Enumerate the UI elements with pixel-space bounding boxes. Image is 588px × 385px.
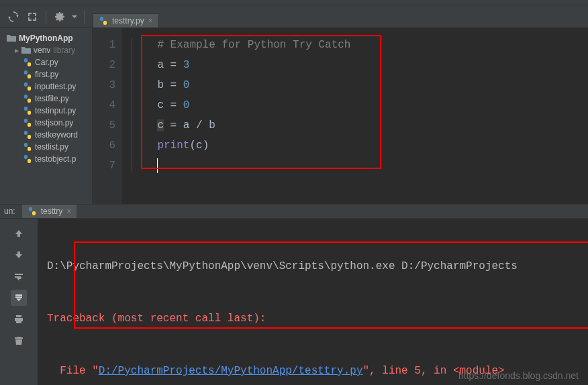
svg-rect-7 <box>28 87 31 91</box>
python-file-icon <box>23 82 32 91</box>
svg-rect-8 <box>24 95 28 99</box>
code-line-6[interactable]: print(c) <box>132 135 350 156</box>
close-tab-icon[interactable]: × <box>66 207 71 216</box>
code-editor[interactable]: 1 2 3 4 5 6 7 # Example for Python Try C… <box>93 28 588 204</box>
expand-icon[interactable]: ▸ <box>15 46 19 55</box>
code-line-4[interactable]: c = 0 <box>132 95 350 115</box>
trash-icon[interactable] <box>11 333 27 349</box>
collapse-icon[interactable] <box>24 9 40 25</box>
tree-file[interactable]: testlist.py <box>0 141 92 153</box>
tree-file[interactable]: testinput.py <box>0 105 92 117</box>
code-line-7[interactable] <box>132 156 350 176</box>
svg-rect-17 <box>28 147 31 151</box>
svg-rect-21 <box>32 211 36 215</box>
svg-rect-16 <box>24 143 28 147</box>
indent-guide <box>132 38 132 172</box>
tree-file[interactable]: testkeyword <box>0 129 92 141</box>
tree-file[interactable]: first.py <box>0 68 92 80</box>
tree-file[interactable]: testobject.p <box>0 153 92 165</box>
tree-file-label: testjson.py <box>35 118 73 127</box>
tree-venv[interactable]: ▸ venv library <box>0 44 92 56</box>
python-file-icon <box>28 207 37 216</box>
python-file-icon <box>23 58 32 67</box>
line-number: 5 <box>93 115 115 135</box>
svg-rect-19 <box>28 159 31 163</box>
python-file-icon <box>23 154 32 164</box>
python-file-icon <box>23 94 32 103</box>
tree-file[interactable]: testfile.py <box>0 93 92 105</box>
dropdown-chevron-icon[interactable] <box>70 9 79 25</box>
tree-venv-suffix: library <box>53 46 75 55</box>
arrow-down-icon[interactable] <box>11 247 27 263</box>
svg-rect-4 <box>24 70 28 74</box>
folder-icon <box>21 46 31 54</box>
sync-icon[interactable] <box>5 9 21 25</box>
tree-file[interactable]: Car.py <box>0 56 92 68</box>
print-icon[interactable] <box>11 311 27 327</box>
code-line-2[interactable]: a = 3 <box>132 55 350 75</box>
watermark: https://defonds.blog.csdn.net <box>458 370 579 381</box>
tree-file-label: testlist.py <box>35 142 68 152</box>
line-number: 7 <box>93 156 115 176</box>
line-number: 6 <box>93 135 115 156</box>
wrap-icon[interactable] <box>11 268 27 284</box>
tree-file[interactable]: inputtest.py <box>0 80 92 93</box>
settings-gear-icon[interactable] <box>52 9 68 25</box>
editor-tab-testtry[interactable]: testtry.py × <box>93 13 159 28</box>
tree-file-label: testkeyword <box>35 130 78 140</box>
toolbar-divider <box>84 10 85 23</box>
svg-rect-11 <box>28 111 31 115</box>
toolbar-divider <box>46 10 46 23</box>
comment: # Example for Python Try Catch <box>157 39 350 51</box>
svg-rect-6 <box>24 82 28 87</box>
run-label: un: <box>4 207 15 216</box>
code-area[interactable]: # Example for Python Try Catch a = 3 b =… <box>122 28 350 204</box>
code-line-3[interactable]: b = 0 <box>132 75 350 95</box>
svg-rect-1 <box>103 21 107 25</box>
tree-file-label: Car.py <box>35 58 58 67</box>
run-tab[interactable]: testtry × <box>22 205 77 218</box>
tree-root-label: MyPythonApp <box>19 34 73 43</box>
arrow-up-icon[interactable] <box>11 225 27 241</box>
svg-rect-3 <box>28 62 31 66</box>
scroll-end-icon[interactable] <box>11 290 27 306</box>
svg-rect-12 <box>24 119 28 123</box>
error-file-link[interactable]: D:/PycharmProjects/MyPythonApp/testtry.p… <box>99 365 363 377</box>
console-trace: Traceback (most recent call last): <box>47 310 579 327</box>
console-cmd: D:\PycharmProjects\MyPythonApp\venv\Scri… <box>47 258 579 275</box>
line-number: 2 <box>93 55 115 75</box>
tree-file-label: testobject.p <box>35 154 76 164</box>
python-file-icon <box>23 130 32 140</box>
python-file-icon <box>23 106 32 115</box>
tree-venv-label: venv <box>34 46 50 55</box>
editor-tab-label: testtry.py <box>112 16 144 25</box>
svg-rect-13 <box>28 123 31 127</box>
project-tree: MyPythonApp ▸ venv library Car.py first.… <box>0 28 93 204</box>
python-file-icon <box>99 16 108 25</box>
gutter: 1 2 3 4 5 6 7 <box>93 28 122 204</box>
line-number: 1 <box>93 35 115 55</box>
main-area: MyPythonApp ▸ venv library Car.py first.… <box>0 28 588 204</box>
line-number: 3 <box>93 75 115 95</box>
toolbar <box>0 5 588 28</box>
code-line-1[interactable]: # Example for Python Try Catch <box>132 35 350 55</box>
caret <box>157 158 158 173</box>
close-tab-icon[interactable]: × <box>148 16 153 25</box>
tree-file-label: inputtest.py <box>35 82 76 91</box>
line-number: 4 <box>93 95 115 115</box>
console-output[interactable]: D:\PycharmProjects\MyPythonApp\venv\Scri… <box>38 219 588 385</box>
python-file-icon <box>23 118 32 127</box>
run-panel: un: testtry × D:\PycharmProjects\MyPytho… <box>0 204 588 385</box>
code-line-5[interactable]: c = a / b <box>132 115 350 135</box>
svg-rect-2 <box>24 58 28 62</box>
run-body: D:\PycharmProjects\MyPythonApp\venv\Scri… <box>0 219 588 385</box>
tree-root[interactable]: MyPythonApp <box>0 32 92 44</box>
run-tab-label: testtry <box>41 207 63 216</box>
svg-rect-10 <box>24 107 28 111</box>
svg-rect-0 <box>100 17 103 21</box>
tree-file-label: testfile.py <box>35 94 69 103</box>
tree-file[interactable]: testjson.py <box>0 117 92 129</box>
svg-rect-15 <box>28 135 31 139</box>
python-file-icon <box>23 70 32 79</box>
svg-rect-14 <box>24 131 28 135</box>
